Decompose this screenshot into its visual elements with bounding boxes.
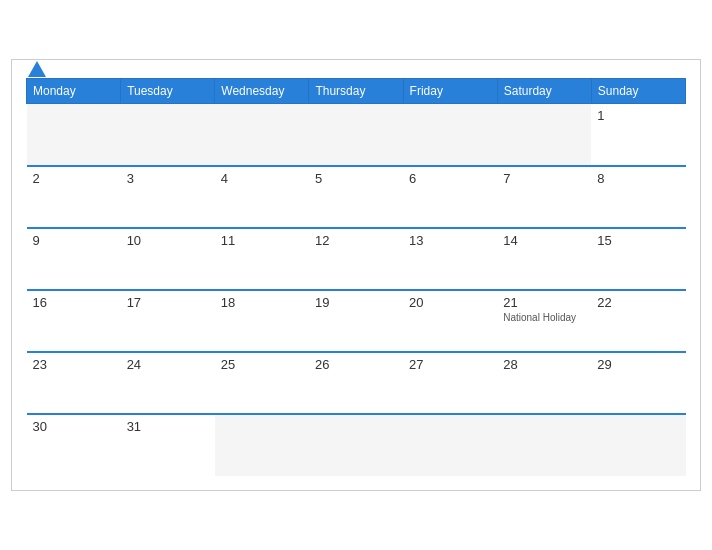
- calendar-cell: [497, 104, 591, 166]
- day-number: 24: [127, 357, 209, 372]
- day-number: 28: [503, 357, 585, 372]
- day-number: 21: [503, 295, 585, 310]
- calendar-cell: 29: [591, 352, 685, 414]
- week-row-5: 23242526272829: [27, 352, 686, 414]
- day-number: 9: [33, 233, 115, 248]
- day-number: 26: [315, 357, 397, 372]
- calendar-cell: 6: [403, 166, 497, 228]
- day-number: 15: [597, 233, 679, 248]
- calendar-cell: 9: [27, 228, 121, 290]
- day-number: 19: [315, 295, 397, 310]
- day-number: 12: [315, 233, 397, 248]
- day-number: 8: [597, 171, 679, 186]
- day-number: 20: [409, 295, 491, 310]
- calendar-cell: 20: [403, 290, 497, 352]
- weekday-header-sunday: Sunday: [591, 79, 685, 104]
- day-number: 23: [33, 357, 115, 372]
- calendar-cell: 11: [215, 228, 309, 290]
- day-event: National Holiday: [503, 312, 585, 323]
- day-number: 31: [127, 419, 209, 434]
- day-number: 7: [503, 171, 585, 186]
- calendar-cell: [403, 104, 497, 166]
- day-number: 18: [221, 295, 303, 310]
- day-number: 25: [221, 357, 303, 372]
- calendar-cell: 4: [215, 166, 309, 228]
- day-number: 10: [127, 233, 209, 248]
- day-number: 29: [597, 357, 679, 372]
- calendar-cell: 28: [497, 352, 591, 414]
- day-number: 30: [33, 419, 115, 434]
- weekday-header-row: MondayTuesdayWednesdayThursdayFridaySatu…: [27, 79, 686, 104]
- calendar-cell: 27: [403, 352, 497, 414]
- calendar-cell: 3: [121, 166, 215, 228]
- calendar-cell: 16: [27, 290, 121, 352]
- day-number: 5: [315, 171, 397, 186]
- day-number: 11: [221, 233, 303, 248]
- calendar-cell: 19: [309, 290, 403, 352]
- calendar-cell: 21National Holiday: [497, 290, 591, 352]
- weekday-header-thursday: Thursday: [309, 79, 403, 104]
- calendar-cell: 2: [27, 166, 121, 228]
- calendar-cell: 13: [403, 228, 497, 290]
- day-number: 27: [409, 357, 491, 372]
- weekday-header-monday: Monday: [27, 79, 121, 104]
- weekday-header-wednesday: Wednesday: [215, 79, 309, 104]
- calendar-cell: 15: [591, 228, 685, 290]
- calendar-cell: 24: [121, 352, 215, 414]
- calendar-cell: 14: [497, 228, 591, 290]
- day-number: 16: [33, 295, 115, 310]
- calendar-cell: 18: [215, 290, 309, 352]
- day-number: 22: [597, 295, 679, 310]
- day-number: 17: [127, 295, 209, 310]
- day-number: 4: [221, 171, 303, 186]
- calendar-cell: 30: [27, 414, 121, 476]
- calendar-cell: [591, 414, 685, 476]
- calendar-cell: 12: [309, 228, 403, 290]
- calendar-cell: 8: [591, 166, 685, 228]
- calendar-cell: 10: [121, 228, 215, 290]
- calendar-cell: 22: [591, 290, 685, 352]
- day-number: 6: [409, 171, 491, 186]
- calendar-cell: 17: [121, 290, 215, 352]
- day-number: 1: [597, 108, 679, 123]
- logo: [26, 61, 46, 79]
- calendar-cell: [215, 104, 309, 166]
- calendar-cell: 23: [27, 352, 121, 414]
- day-number: 3: [127, 171, 209, 186]
- day-number: 2: [33, 171, 115, 186]
- calendar-container: MondayTuesdayWednesdayThursdayFridaySatu…: [11, 59, 701, 491]
- calendar-cell: 1: [591, 104, 685, 166]
- calendar-cell: 5: [309, 166, 403, 228]
- calendar-cell: [215, 414, 309, 476]
- day-number: 13: [409, 233, 491, 248]
- calendar-cell: [403, 414, 497, 476]
- weekday-header-saturday: Saturday: [497, 79, 591, 104]
- calendar-cell: 31: [121, 414, 215, 476]
- calendar-cell: [309, 104, 403, 166]
- calendar-cell: [497, 414, 591, 476]
- calendar-cell: 26: [309, 352, 403, 414]
- calendar-cell: [121, 104, 215, 166]
- calendar-cell: 7: [497, 166, 591, 228]
- week-row-6: 3031: [27, 414, 686, 476]
- weekday-header-friday: Friday: [403, 79, 497, 104]
- week-row-3: 9101112131415: [27, 228, 686, 290]
- day-number: 14: [503, 233, 585, 248]
- calendar-cell: [27, 104, 121, 166]
- calendar-table: MondayTuesdayWednesdayThursdayFridaySatu…: [26, 78, 686, 476]
- logo-triangle-icon: [28, 61, 46, 77]
- weekday-header-tuesday: Tuesday: [121, 79, 215, 104]
- calendar-cell: [309, 414, 403, 476]
- calendar-cell: 25: [215, 352, 309, 414]
- week-row-2: 2345678: [27, 166, 686, 228]
- week-row-1: 1: [27, 104, 686, 166]
- week-row-4: 161718192021National Holiday22: [27, 290, 686, 352]
